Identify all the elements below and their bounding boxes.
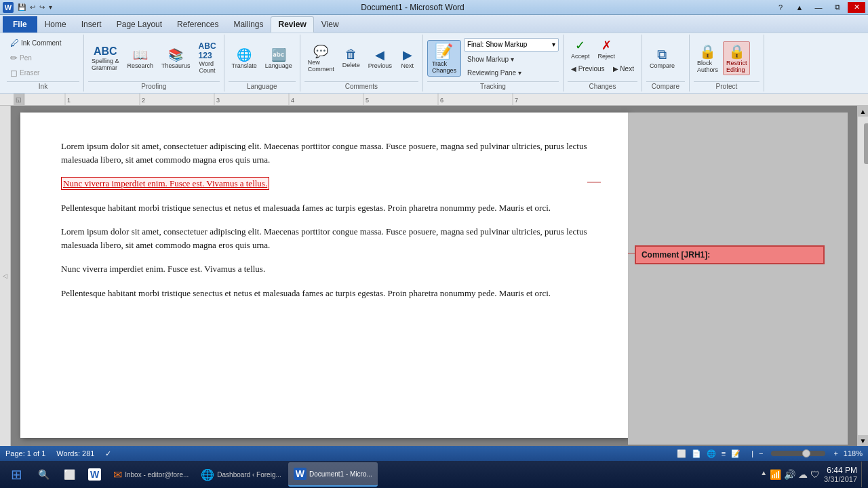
thesaurus-label: Thesaurus [161,62,191,69]
comments-buttons: 💬 NewComment 🗑 Delete ◀ Previous ▶ Next [304,36,418,80]
paragraph-4-text: Lorem ipsum dolor sit amet, consectetuer… [61,226,587,250]
tray-expand[interactable]: ▲ [760,469,767,480]
comment-box[interactable]: Comment [JRH1]: [635,245,825,264]
taskbar-app-word-desktop[interactable]: W [83,462,106,487]
task-view-button[interactable]: ⬜ [57,462,81,487]
zoom-plus-btn[interactable]: + [833,449,837,458]
language-btn[interactable]: 🔤 Language [262,45,296,71]
scroll-down-btn[interactable]: ▼ [858,435,869,446]
vertical-scrollbar[interactable]: ▲ ▼ [857,106,868,446]
tab-view[interactable]: View [314,16,347,33]
restore-btn[interactable]: ⧉ [829,2,846,13]
customize-btn[interactable]: ▾ [47,3,54,12]
language-buttons: 🌐 Translate 🔤 Language [229,36,296,80]
word-count-btn[interactable]: ABC123 WordCount [195,40,220,75]
start-button[interactable]: ⊞ [3,462,30,487]
markup-dropdown-arrow: ▾ [552,41,555,48]
taskbar-app-word-doc[interactable]: W Document1 - Micro... [288,462,378,487]
zoom-thumb[interactable] [802,449,810,458]
eraser-btn[interactable]: ◻ Eraser [7,66,43,80]
reject-btn[interactable]: ✗ Reject [594,36,618,62]
view-normal-icon[interactable]: ⬜ [677,449,686,458]
zoom-level[interactable]: 118% [844,449,863,458]
taskbar-app-inbox[interactable]: ✉ Inbox - editor@fore... [108,462,194,487]
compare-label: Compare [646,81,685,90]
tab-file[interactable]: File [3,16,37,33]
track-changes-label: TrackChanges [432,60,456,74]
view-outline-icon[interactable]: ≡ [722,449,726,458]
compare-icon: ⧉ [657,47,667,62]
ribbon-collapse-btn[interactable]: ▲ [791,2,808,13]
save-btn[interactable]: 💾 [16,3,27,12]
help-btn[interactable]: ? [772,2,789,13]
tab-page-layout[interactable]: Page Layout [109,16,170,33]
thesaurus-btn[interactable]: 📚 Thesaurus [158,45,194,71]
ink-buttons: 🖊 Ink Comment ✏ Pen ◻ Eraser [7,36,79,80]
tab-mailings[interactable]: Mailings [226,16,271,33]
thesaurus-icon: 📚 [168,47,183,62]
volume-icon[interactable]: 🔊 [784,469,795,480]
translate-btn[interactable]: 🌐 Translate [229,45,260,71]
view-reading-icon[interactable]: 📄 [692,449,701,458]
ribbon: File Home Insert Page Layout References … [0,15,868,94]
new-comment-btn[interactable]: 💬 NewComment [304,42,338,75]
tab-insert[interactable]: Insert [74,16,109,33]
ruler-svg: 1 2 3 4 5 6 7 [24,94,868,106]
clock[interactable]: 6:44 PM 3/31/2017 [824,466,857,483]
block-authors-btn[interactable]: 🔒 BlockAuthors [694,41,722,75]
ink-comment-btn[interactable]: 🖊 Ink Comment [7,36,64,50]
ribbon-group-protect: 🔒 BlockAuthors 🔒 RestrictEditing Protect [690,35,764,92]
next-change-btn[interactable]: ▶ Next [610,63,637,75]
markup-dropdown[interactable]: Final: Show Markup ▾ [464,38,559,52]
prev-comment-btn[interactable]: ◀ Previous [365,45,395,71]
tab-review[interactable]: Review [271,16,313,33]
proofing-buttons: ABC Spelling &Grammar 📖 Research 📚 Thesa… [88,36,220,80]
document-page[interactable]: Lorem ipsum dolor sit amet, consectetuer… [20,113,628,438]
research-btn[interactable]: 📖 Research [124,45,157,71]
delete-label: Delete [342,62,360,68]
tracking-dropdowns: Final: Show Markup ▾ Show Markup ▾ Revie… [464,38,559,79]
paragraph-3-text: Pellentesque habitant morbi tristique se… [61,203,551,213]
comments-label: Comments [304,81,418,90]
next-comment-btn[interactable]: ▶ Next [397,45,418,71]
minimize-btn[interactable]: — [810,2,827,13]
show-markup-btn[interactable]: Show Markup ▾ [464,54,559,65]
svg-text:3: 3 [216,97,220,104]
show-desktop-btn[interactable] [861,462,865,487]
scroll-thumb[interactable] [864,123,869,164]
page-area[interactable]: Lorem ipsum dolor sit amet, consectetuer… [11,106,857,446]
track-changes-btn[interactable]: 📝 TrackChanges [427,40,461,77]
zoom-minus-btn[interactable]: − [759,449,763,458]
changes-group-label: Changes [568,81,637,90]
scroll-up-btn[interactable]: ▲ [858,106,869,117]
svg-text:5: 5 [366,97,369,104]
reviewing-pane-btn[interactable]: Reviewing Pane ▾ [464,67,559,79]
prev-next-row: ◀ Previous ▶ Next [568,63,637,75]
tab-home[interactable]: Home [37,16,74,33]
redo-btn[interactable]: ↪ [38,3,46,12]
undo-btn[interactable]: ↩ [28,3,37,12]
spelling-grammar-btn[interactable]: ABC Spelling &Grammar [88,43,123,73]
view-draft-icon[interactable]: 📝 [731,449,741,458]
view-web-icon[interactable]: 🌐 [707,449,716,458]
document-text: Lorem ipsum dolor sit amet, consectetuer… [61,140,587,300]
status-bar: Page: 1 of 1 Words: 281 ✓ ⬜ 📄 🌐 ≡ 📝 | − … [0,446,868,461]
restrict-editing-btn[interactable]: 🔒 RestrictEditing [723,41,751,75]
main-area: ◁ Lorem ipsum dolor sit amet, consectetu… [0,106,868,446]
tab-references[interactable]: References [170,16,226,33]
close-btn[interactable]: ✕ [848,2,865,13]
delete-comment-btn[interactable]: 🗑 Delete [339,45,363,70]
zoom-slider[interactable] [771,451,825,456]
ribbon-group-changes: ✓ Accept ✗ Reject ◀ Previous ▶ Next Chan… [564,35,642,92]
compare-label: Compare [650,62,675,69]
compare-btn[interactable]: ⧉ Compare [646,45,678,71]
svg-text:1: 1 [67,97,71,104]
clock-time: 6:44 PM [824,466,857,475]
search-button[interactable]: 🔍 [31,462,56,487]
pen-btn[interactable]: ✏ Pen [7,51,35,65]
accept-reject-row: ✓ Accept ✗ Reject [568,36,618,62]
accept-btn[interactable]: ✓ Accept [568,36,593,62]
taskbar-app-chrome[interactable]: 🌐 Dashboard ‹ Foreig... [195,462,287,487]
restrict-editing-icon: 🔒 [728,43,745,60]
prev-change-btn[interactable]: ◀ Previous [568,63,608,75]
